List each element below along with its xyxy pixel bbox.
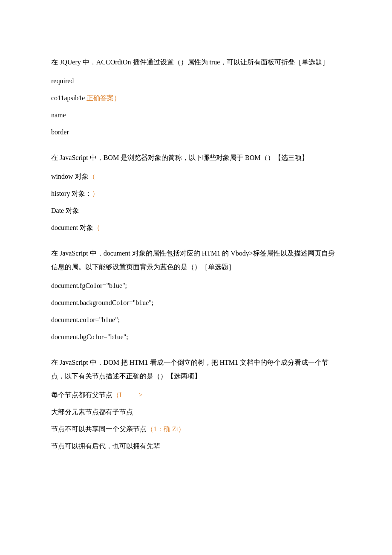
answer-mark: （1：确 Zt） (147, 425, 185, 433)
option-b-text: history 对象： (51, 190, 92, 197)
answer-mark: ） (92, 190, 99, 197)
answer-mark: 正确答案） (86, 94, 121, 102)
option-d: border (51, 125, 341, 139)
question-text: 在 JavaScript 中，DOM 把 HTM1 看成一个倒立的树，把 HTM… (51, 356, 341, 383)
answer-mark: （I > (112, 391, 142, 398)
option-b: document.backgroundCo1or="b1ue"; (51, 296, 341, 310)
option-a: document.fgCo1or="b1ue"; (51, 279, 341, 293)
question-block-3: 在 JavaScript 中，document 对象的属性包括对应的 HTM1 … (51, 247, 341, 344)
question-block-1: 在 JQUery 中，ACCOrdiOn 插件通过设置（）属性为 true，可以… (51, 55, 341, 139)
option-a: window 对象（ (51, 170, 341, 183)
option-b: 大部分元素节点都有子节点 (51, 405, 341, 419)
document-page: 在 JQUery 中，ACCOrdiOn 插件通过设置（）属性为 true，可以… (0, 0, 392, 555)
option-d-text: document 对象 (51, 224, 93, 231)
option-d: document.bgCo1or="b1ue"; (51, 330, 341, 344)
answer-mark: （ (93, 224, 100, 231)
question-text: 在 JavaScript 中，document 对象的属性包括对应的 HTM1 … (51, 247, 341, 274)
question-block-2: 在 JavaScript 中，BOM 是浏览器对象的简称，以下哪些对象属于 BO… (51, 151, 341, 235)
question-text: 在 JavaScript 中，BOM 是浏览器对象的简称，以下哪些对象属于 BO… (51, 151, 341, 165)
option-a-text: 每个节点都有父节点 (51, 391, 112, 398)
option-a-text: window 对象 (51, 173, 89, 180)
option-c-text: 节点不可以共享同一个父亲节点 (51, 425, 147, 433)
option-d: 节点可以拥有后代，也可以拥有先辈 (51, 439, 341, 453)
option-b: co11apsib1e 正确答案） (51, 91, 341, 105)
option-b: history 对象：） (51, 187, 341, 200)
question-text: 在 JQUery 中，ACCOrdiOn 插件通过设置（）属性为 true，可以… (51, 55, 341, 69)
answer-mark: （ (89, 173, 95, 180)
option-c: 节点不可以共享同一个父亲节点（1：确 Zt） (51, 422, 341, 436)
option-c: document.co1or="b1ue"; (51, 313, 341, 327)
option-a: required (51, 74, 341, 88)
option-d: document 对象（ (51, 221, 341, 235)
option-b-text: co11apsib1e (51, 94, 86, 102)
question-block-4: 在 JavaScript 中，DOM 把 HTM1 看成一个倒立的树，把 HTM… (51, 356, 341, 453)
option-c: name (51, 108, 341, 122)
option-c: Date 对象 (51, 204, 341, 218)
option-a: 每个节点都有父节点（I > (51, 388, 341, 402)
